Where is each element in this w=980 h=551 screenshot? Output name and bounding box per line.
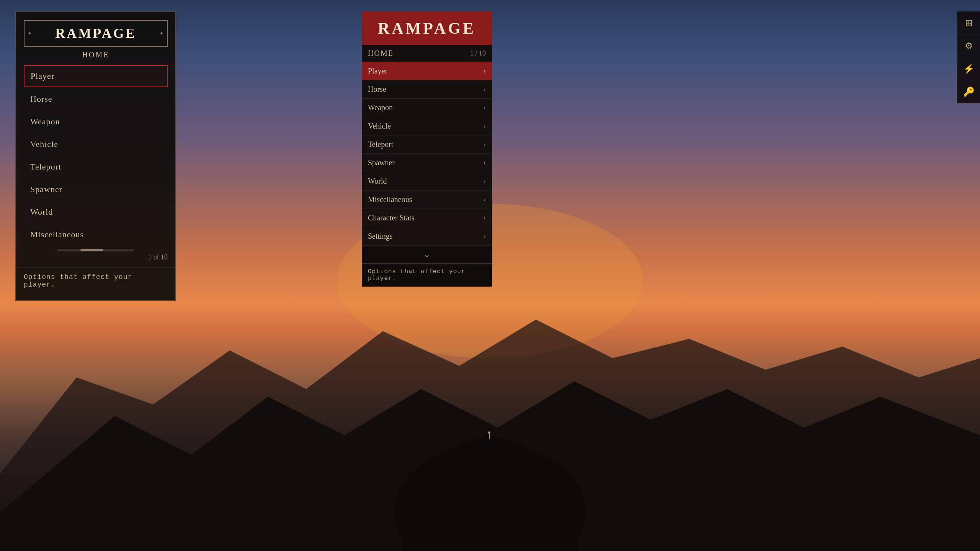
left-panel-title: RAMPAGE	[55, 26, 136, 41]
side-icon-grid[interactable]: ⊞	[957, 11, 980, 34]
chevron-down-icon[interactable]: ⌄	[423, 249, 430, 259]
left-menu-item-weapon[interactable]: Weapon	[24, 111, 168, 132]
right-menu-item-teleport[interactable]: Teleport ›	[362, 135, 492, 154]
right-menu-item-world[interactable]: World ›	[362, 172, 492, 191]
left-page-indicator: 1 of 10	[16, 253, 175, 261]
left-menu-item-spawner[interactable]: Spawner	[24, 179, 168, 200]
left-menu-list: Player Horse Weapon Vehicle Teleport Spa…	[16, 65, 175, 245]
right-menu-list: Player › Horse › Weapon › Vehicle › Tele…	[362, 62, 492, 246]
left-menu-item-vehicle[interactable]: Vehicle	[24, 134, 168, 155]
left-title-box: RAMPAGE	[24, 20, 168, 47]
side-icons-panel: ⊞ ⚙ ⚡ 🔑	[957, 11, 980, 103]
side-icon-gear[interactable]: ⚙	[957, 34, 980, 57]
right-menu-item-weapon-label: Weapon	[368, 103, 393, 112]
right-home-counter: 1 / 10	[470, 49, 486, 57]
chevron-right-vehicle-icon: ›	[483, 122, 486, 130]
right-menu-item-player[interactable]: Player ›	[362, 62, 492, 80]
right-menu-item-character-stats[interactable]: Character Stats ›	[362, 209, 492, 227]
right-menu-item-spawner-label: Spawner	[368, 158, 395, 167]
chevron-right-horse-icon: ›	[483, 85, 486, 93]
left-menu-item-teleport[interactable]: Teleport	[24, 156, 168, 178]
right-menu-item-horse[interactable]: Horse ›	[362, 80, 492, 99]
right-menu-item-character-stats-label: Character Stats	[368, 214, 415, 222]
right-menu-item-vehicle-label: Vehicle	[368, 122, 391, 130]
chevron-right-spawner-icon: ›	[483, 159, 486, 167]
left-scrollbar-thumb[interactable]	[80, 249, 103, 251]
gear-icon: ⚙	[965, 41, 973, 51]
left-menu-item-world[interactable]: World	[24, 201, 168, 223]
left-panel: RAMPAGE HOME Player Horse Weapon Vehicle…	[15, 11, 176, 301]
right-home-row: HOME 1 / 10	[362, 45, 492, 62]
left-menu-item-horse[interactable]: Horse	[24, 88, 168, 110]
lightning-icon: ⚡	[963, 64, 975, 74]
chevron-right-teleport-icon: ›	[483, 140, 486, 148]
right-menu-item-player-label: Player	[368, 67, 387, 75]
left-scrollbar-area[interactable]	[24, 249, 168, 251]
right-menu-item-vehicle[interactable]: Vehicle ›	[362, 117, 492, 135]
right-menu-item-teleport-label: Teleport	[368, 140, 393, 149]
right-menu-item-weapon[interactable]: Weapon ›	[362, 99, 492, 117]
chevron-right-miscellaneous-icon: ›	[483, 196, 486, 204]
left-status-text: Options that affect your player.	[16, 267, 175, 292]
left-scrollbar-track[interactable]	[57, 249, 134, 251]
chevron-right-world-icon: ›	[483, 177, 486, 185]
right-panel-header: RAMPAGE	[362, 11, 492, 45]
right-panel: RAMPAGE HOME 1 / 10 Player › Horse › Wea…	[362, 11, 492, 287]
right-menu-item-world-label: World	[368, 177, 387, 186]
right-panel-title: RAMPAGE	[369, 19, 484, 37]
chevron-right-character-stats-icon: ›	[483, 214, 486, 222]
right-menu-item-settings[interactable]: Settings ›	[362, 227, 492, 246]
right-menu-item-miscellaneous[interactable]: Miscellaneous ›	[362, 191, 492, 209]
left-menu-item-player[interactable]: Player	[24, 65, 168, 87]
grid-icon: ⊞	[965, 18, 973, 28]
right-menu-item-settings-label: Settings	[368, 232, 392, 241]
right-chevron-down-row[interactable]: ⌄	[362, 246, 492, 264]
key-icon: 🔑	[963, 86, 975, 97]
right-menu-item-spawner[interactable]: Spawner ›	[362, 154, 492, 172]
right-status-text: Options that affect your player.	[362, 264, 492, 287]
side-icon-key[interactable]: 🔑	[957, 80, 980, 103]
chevron-right-weapon-icon: ›	[483, 104, 486, 112]
right-home-label: HOME	[368, 49, 394, 58]
chevron-right-settings-icon: ›	[483, 232, 486, 240]
side-icon-lightning[interactable]: ⚡	[957, 57, 980, 80]
left-menu-item-miscellaneous[interactable]: Miscellaneous	[24, 224, 168, 245]
left-section-label: HOME	[16, 51, 175, 59]
chevron-right-player-icon: ›	[483, 67, 486, 75]
svg-point-6	[488, 432, 490, 434]
right-menu-item-miscellaneous-label: Miscellaneous	[368, 195, 412, 204]
right-menu-item-horse-label: Horse	[368, 85, 386, 94]
